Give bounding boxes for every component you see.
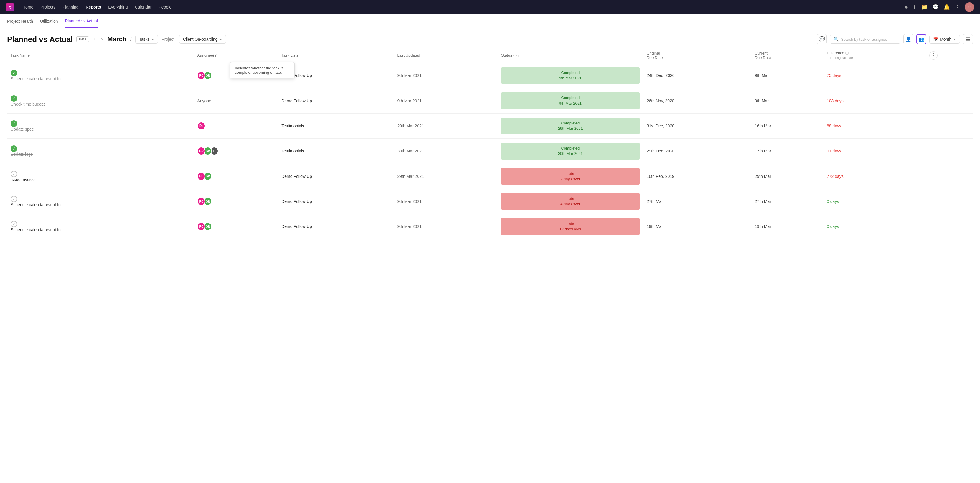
avatar: PC (197, 222, 205, 231)
user-avatar[interactable]: U (965, 2, 974, 12)
separator: / (130, 36, 132, 43)
task-check-icon[interactable]: ✓ (11, 171, 17, 177)
filter-button[interactable]: ☰ (963, 34, 973, 44)
last-updated-cell: 29th Mar 2021 (394, 113, 498, 138)
task-name-text[interactable]: Update logo (11, 152, 33, 156)
nav-everything[interactable]: Everything (108, 5, 127, 10)
row-more-cell (926, 189, 973, 214)
task-check-icon[interactable]: ✓ (11, 196, 17, 202)
original-due-cell: 19th Mar (643, 214, 751, 239)
add-icon[interactable]: + (913, 4, 916, 10)
task-name-cell: ✓Check time budget (7, 88, 194, 113)
top-navigation: t Home Projects Planning Reports Everyth… (0, 0, 980, 14)
planned-vs-actual-table: Task Name Assignee(s) Task Lists Last Up… (0, 48, 980, 239)
task-check-icon[interactable]: ✓ (11, 120, 17, 127)
bell-icon[interactable]: 🔔 (943, 5, 950, 10)
task-list-cell: Demo Follow Up (278, 164, 394, 189)
last-updated-cell: 29th Mar 2021 (394, 164, 498, 189)
col-task-name: Task Name (7, 48, 194, 63)
search-icon[interactable]: ● (905, 5, 908, 10)
task-check-icon[interactable]: ✓ (11, 95, 17, 102)
task-check-icon[interactable]: ✓ (11, 145, 17, 152)
difference-help-icon: ⓘ (845, 51, 849, 55)
subnav-planned-vs-actual[interactable]: Planned vs Actual (65, 14, 98, 28)
task-name-cell: ✓Issue Invoice (7, 164, 194, 189)
grid-icon[interactable]: ⋮ (955, 5, 960, 10)
task-list-cell: Demo Follow Up (278, 214, 394, 239)
difference-cell: 0 days (823, 189, 926, 214)
project-dropdown-chevron-icon: ▼ (219, 38, 222, 41)
person-icon-button[interactable]: 👤 (904, 34, 913, 44)
task-name-text[interactable]: Check time budget (11, 102, 45, 107)
last-updated-cell: 9th Mar 2021 (394, 214, 498, 239)
col-last-updated: Last Updated (394, 48, 498, 63)
task-list-cell: Demo Follow Up (278, 63, 394, 88)
task-name-text[interactable]: Schedule calendar event fo... (11, 202, 64, 207)
assignees-cell: GRGR+1 (194, 139, 278, 164)
more-options-button[interactable]: ⋮ (929, 51, 937, 59)
month-view-button[interactable]: 📅 Month ▼ (929, 35, 960, 44)
col-assignees: Assignee(s) (194, 48, 278, 63)
last-updated-cell: 9th Mar 2021 (394, 88, 498, 113)
row-more-cell (926, 113, 973, 138)
prev-month-button[interactable]: ‹ (92, 35, 96, 43)
task-name-text[interactable]: Issue Invoice (11, 177, 35, 182)
group-icon-button[interactable]: 👥 (916, 34, 926, 44)
folder-icon[interactable]: 📁 (921, 5, 928, 10)
status-cell: Late2 days over (498, 164, 643, 189)
task-check-icon[interactable]: ✓ (11, 221, 17, 227)
nav-reports[interactable]: Reports (86, 5, 101, 10)
comment-button[interactable]: 💬 (817, 34, 827, 44)
status-badge: Completed9th Mar 2021 (501, 92, 640, 109)
header-right-actions: 💬 🔍 Search by task or assignee 👤 👥 📅 Mon… (817, 34, 973, 44)
current-due-cell: 27th Mar (751, 189, 823, 214)
app-logo[interactable]: t (6, 3, 14, 11)
table-row: ✓Issue InvoicePCGRDemo Follow Up29th Mar… (7, 164, 973, 189)
nav-planning[interactable]: Planning (62, 5, 79, 10)
search-box[interactable]: 🔍 Search by task or assignee (830, 35, 900, 44)
original-due-cell: 24th Dec, 2020 (643, 63, 751, 88)
task-check-icon[interactable]: ✓ (11, 70, 17, 77)
status-cell: Late4 days over (498, 189, 643, 214)
status-cell: Completed9th Mar 2021 (498, 63, 643, 88)
month-dropdown-chevron-icon: ▼ (953, 38, 956, 41)
subnav-utilization[interactable]: Utilization (40, 14, 58, 28)
project-dropdown[interactable]: Client On-boarding ▼ (179, 35, 226, 44)
tasks-dropdown[interactable]: Tasks ▼ (135, 35, 158, 44)
table-row: ✓Schedule calendar event fo...PCGRDemo F… (7, 214, 973, 239)
task-name-text[interactable]: Schedule calendar event fo... (11, 77, 64, 81)
current-due-cell: 19th Mar (751, 214, 823, 239)
nav-calendar[interactable]: Calendar (135, 5, 152, 10)
sub-navigation: Project Health Utilization Planned vs Ac… (0, 14, 980, 28)
nav-people[interactable]: People (159, 5, 172, 10)
page-title: Planned vs Actual (7, 35, 73, 44)
task-list-cell: Demo Follow Up (278, 189, 394, 214)
current-due-cell: 17th Mar (751, 139, 823, 164)
nav-projects[interactable]: Projects (40, 5, 56, 10)
task-name-text[interactable]: Update spec (11, 127, 34, 132)
row-more-cell (926, 164, 973, 189)
original-due-cell: 27th Mar (643, 189, 751, 214)
calendar-icon: 📅 (933, 37, 938, 41)
task-name-cell: ✓Schedule calendar event fo... (7, 189, 194, 214)
task-name-cell: ✓Update spec (7, 113, 194, 138)
assignees-cell: PCGR (194, 214, 278, 239)
difference-cell: 88 days (823, 113, 926, 138)
status-badge: Completed9th Mar 2021 (501, 67, 640, 84)
nav-home[interactable]: Home (22, 5, 33, 10)
task-name-cell: ✓Schedule calendar event fo... (7, 63, 194, 88)
task-name-text[interactable]: Schedule calendar event fo... (11, 227, 64, 232)
search-icon: 🔍 (834, 37, 838, 41)
current-due-cell: 9th Mar (751, 88, 823, 113)
avatar: GR (197, 147, 205, 155)
task-list-cell: Testimonials (278, 113, 394, 138)
sort-icon[interactable]: ↑ (517, 54, 519, 57)
col-status[interactable]: Status ⓘ ↑ (498, 48, 643, 63)
chat-icon[interactable]: 💬 (932, 5, 939, 10)
status-badge: Late12 days over (501, 218, 640, 235)
next-month-button[interactable]: › (100, 35, 104, 43)
last-updated-cell: 9th Mar 2021 (394, 63, 498, 88)
tasks-dropdown-chevron-icon: ▼ (151, 38, 154, 41)
original-due-cell: 26th Nov, 2020 (643, 88, 751, 113)
subnav-project-health[interactable]: Project Health (7, 14, 33, 28)
